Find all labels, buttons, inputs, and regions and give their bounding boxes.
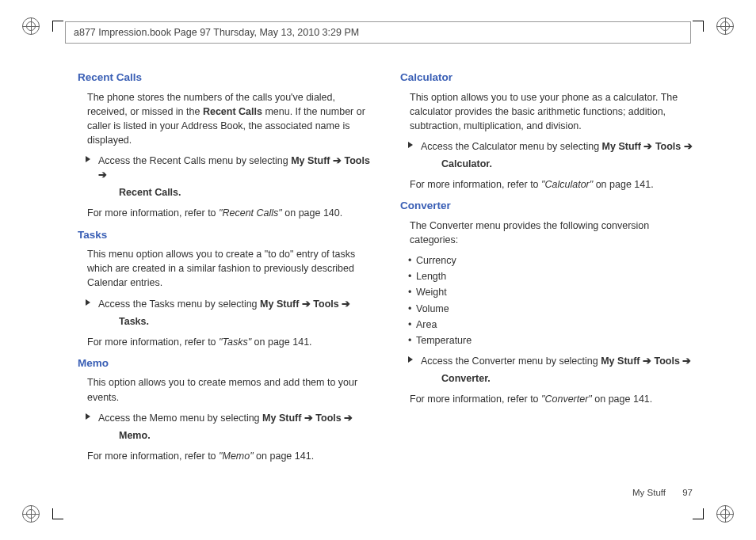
ref-title: "Converter"	[541, 394, 592, 405]
menu-path-sub: Tasks.	[119, 314, 372, 329]
triangle-bullet-icon	[86, 299, 90, 306]
heading-calculator: Calculator	[400, 70, 694, 86]
menu-path-sub: Recent Calls.	[119, 185, 372, 200]
ref-title: "Recent Calls"	[219, 207, 282, 219]
arrow-icon: ➔	[682, 356, 691, 367]
text: .	[178, 187, 181, 198]
heading-tasks: Tasks	[78, 227, 372, 243]
menu-path: Tools	[344, 155, 369, 166]
register-mark-icon	[22, 505, 40, 523]
calculator-instruction: Access the Calculator menu by selecting …	[410, 139, 694, 171]
menu-path: My Stuff	[262, 413, 301, 424]
list-item: Currency	[410, 253, 694, 268]
recent-calls-ref: For more information, refer to "Recent C…	[87, 206, 372, 220]
menu-path: My Stuff	[260, 299, 299, 310]
crop-mark-icon	[52, 508, 63, 519]
recent-calls-body: The phone stores the numbers of the call…	[87, 90, 372, 148]
menu-path: Tools	[313, 299, 338, 310]
text: on page 141.	[254, 451, 314, 462]
crop-mark-icon	[52, 21, 63, 32]
list-item: Temperature	[410, 333, 694, 348]
menu-path-sub: Converter.	[441, 371, 694, 386]
text: For more information, refer to	[87, 207, 219, 219]
menu-path: My Stuff	[601, 356, 640, 367]
text: For more information, refer to	[87, 337, 219, 348]
arrow-icon: ➔	[304, 413, 313, 424]
menu-path: My Stuff	[291, 155, 330, 166]
text: .	[489, 158, 491, 169]
text: Access the Tasks menu by selecting	[98, 299, 260, 310]
triangle-bullet-icon	[86, 413, 90, 420]
text: Access the Converter menu by selecting	[421, 356, 601, 367]
heading-recent-calls: Recent Calls	[78, 70, 372, 86]
calculator-body: This option allows you to use your phone…	[410, 90, 694, 133]
text: Access the Calculator menu by selecting	[421, 141, 602, 152]
menu-path: Tools	[654, 356, 679, 367]
ref-title: "Tasks"	[219, 337, 251, 348]
print-header-tag: a877 Impression.book Page 97 Thursday, M…	[65, 21, 691, 44]
triangle-bullet-icon	[86, 156, 90, 162]
memo-instruction: Access the Memo menu by selecting My Stu…	[87, 411, 372, 443]
converter-ref: For more information, refer to "Converte…	[410, 392, 694, 406]
recent-calls-instruction: Access the Recent Calls menu by selectin…	[87, 154, 372, 200]
calculator-ref: For more information, refer to "Calculat…	[410, 177, 694, 192]
ref-title: "Calculator"	[541, 179, 593, 190]
list-item: Length	[410, 269, 694, 283]
page-footer: My Stuff 97	[632, 488, 693, 497]
text: on page 141.	[593, 179, 653, 190]
triangle-bullet-icon	[408, 142, 413, 148]
arrow-icon: ➔	[344, 413, 353, 424]
memo-body: This option allows you to create memos a…	[87, 375, 372, 404]
tasks-instruction: Access the Tasks menu by selecting My St…	[87, 297, 372, 329]
menu-path: Tools	[315, 413, 341, 424]
arrow-icon: ➔	[643, 356, 651, 367]
list-item: Volume	[410, 302, 694, 316]
arrow-icon: ➔	[333, 155, 342, 166]
text: on page 141.	[251, 337, 311, 348]
text: For more information, refer to	[410, 394, 541, 405]
text: on page 140.	[282, 207, 342, 219]
arrow-icon: ➔	[643, 141, 652, 152]
list-item: Weight	[410, 285, 694, 299]
register-mark-icon	[716, 505, 734, 523]
heading-memo: Memo	[78, 356, 372, 371]
menu-path: Calculator	[441, 158, 489, 169]
text: .	[147, 316, 149, 327]
tasks-ref: For more information, refer to "Tasks" o…	[87, 335, 372, 349]
text: Access the Recent Calls menu by selectin…	[98, 155, 291, 166]
left-column: Recent Calls The phone stores the number…	[78, 70, 372, 485]
register-mark-icon	[22, 17, 40, 35]
crop-mark-icon	[693, 508, 704, 519]
menu-path: Recent Calls	[119, 187, 178, 198]
footer-section: My Stuff	[632, 488, 666, 497]
text: on page 141.	[592, 394, 652, 405]
text-bold: Recent Calls	[203, 106, 262, 117]
tasks-body: This menu option allows you to create a …	[87, 247, 372, 290]
converter-bullets: Currency Length Weight Volume Area Tempe…	[410, 253, 694, 348]
memo-ref: For more information, refer to "Memo" on…	[87, 449, 372, 463]
menu-path: My Stuff	[602, 141, 641, 152]
right-column: Calculator This option allows you to use…	[400, 70, 694, 485]
menu-path: Tasks	[119, 316, 147, 327]
register-mark-icon	[716, 17, 734, 35]
text: For more information, refer to	[87, 451, 219, 462]
menu-path: Tools	[655, 141, 681, 152]
converter-instruction: Access the Converter menu by selecting M…	[410, 354, 694, 386]
footer-page-number: 97	[682, 488, 693, 497]
text: .	[487, 373, 490, 384]
text: Access the Memo menu by selecting	[98, 413, 262, 424]
converter-body: The Converter menu provides the followin…	[410, 219, 694, 247]
arrow-icon: ➔	[98, 169, 107, 181]
text: .	[147, 430, 150, 441]
ref-title: "Memo"	[219, 451, 254, 462]
text: For more information, refer to	[410, 179, 541, 190]
menu-path: Converter	[441, 373, 487, 384]
menu-path-sub: Memo.	[119, 428, 372, 443]
triangle-bullet-icon	[408, 356, 413, 363]
page-body: Recent Calls The phone stores the number…	[78, 70, 694, 485]
arrow-icon: ➔	[684, 141, 693, 152]
arrow-icon: ➔	[302, 299, 311, 310]
heading-converter: Converter	[400, 198, 694, 214]
crop-mark-icon	[693, 21, 704, 32]
menu-path: Memo	[119, 430, 147, 441]
